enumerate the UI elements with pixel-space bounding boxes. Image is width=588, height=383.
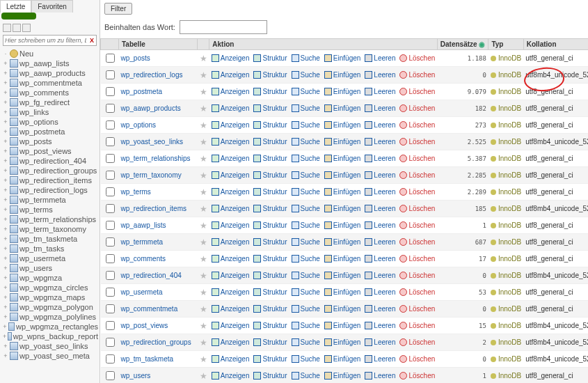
action-einfuegen[interactable]: Einfügen [324,288,360,296]
row-check[interactable] [106,137,115,146]
tree-item[interactable]: +wp_tm_taskmeta [3,234,98,244]
action-leeren[interactable]: Leeren [365,305,395,313]
action-einfuegen[interactable]: Einfügen [324,338,360,346]
favorite-star-icon[interactable]: ★ [200,54,207,63]
action-leeren[interactable]: Leeren [365,322,395,329]
action-leeren[interactable]: Leeren [365,121,395,129]
action-loeschen[interactable]: Löschen [399,104,435,112]
tree-twisty-icon[interactable]: + [3,148,8,155]
favorite-star-icon[interactable]: ★ [200,304,207,314]
tree-item[interactable]: +wp_wpgmza [3,273,98,283]
action-loeschen[interactable]: Löschen [399,171,435,179]
action-struktur[interactable]: Struktur [253,71,287,79]
action-einfuegen[interactable]: Einfügen [324,104,360,112]
action-suche[interactable]: Suche [292,322,320,329]
cell-table-name[interactable]: wp_usermeta [119,284,198,301]
tab-recent[interactable]: Letzte [0,0,31,13]
tree-twisty-icon[interactable]: + [3,255,8,262]
action-suche[interactable]: Suche [292,255,320,263]
action-struktur[interactable]: Struktur [253,205,287,212]
tree-twisty-icon[interactable]: + [3,352,8,359]
action-leeren[interactable]: Leeren [365,272,395,279]
contains-word-input[interactable] [180,20,267,34]
action-struktur[interactable]: Struktur [253,238,287,246]
tree-twisty-icon[interactable]: + [3,343,8,350]
action-suche[interactable]: Suche [292,221,320,229]
tree-twisty-icon[interactable]: + [3,79,8,86]
tree-twisty-icon[interactable]: + [3,138,8,145]
row-check[interactable] [106,304,115,313]
action-suche[interactable]: Suche [292,338,320,346]
action-anzeigen[interactable]: Anzeigen [212,88,250,95]
action-anzeigen[interactable]: Anzeigen [212,155,250,162]
tree-item[interactable]: +wp_wpgmza_polygon [3,302,98,312]
action-struktur[interactable]: Struktur [253,104,287,112]
action-suche[interactable]: Suche [292,138,320,146]
action-anzeigen[interactable]: Anzeigen [212,104,250,112]
expand-all-icon[interactable] [13,24,21,32]
favorite-star-icon[interactable]: ★ [200,237,207,247]
tree-twisty-icon[interactable]: + [3,167,8,174]
tree-item[interactable]: +wp_users [3,263,98,273]
action-leeren[interactable]: Leeren [365,54,395,62]
row-check[interactable] [106,87,115,96]
action-loeschen[interactable]: Löschen [399,188,435,196]
tree-twisty-icon[interactable]: + [3,187,8,194]
cell-table-name[interactable]: wp_redirection_404 [119,267,198,284]
cell-table-name[interactable]: wp_aawp_products [119,100,198,117]
row-check[interactable] [106,54,115,63]
favorite-star-icon[interactable]: ★ [200,154,207,164]
action-anzeigen[interactable]: Anzeigen [212,221,250,229]
action-leeren[interactable]: Leeren [365,104,395,112]
action-anzeigen[interactable]: Anzeigen [212,171,250,179]
tree-twisty-icon[interactable]: + [3,333,6,340]
cell-table-name[interactable]: wp_redirection_groups [119,334,198,351]
cell-table-name[interactable]: wp_term_taxonomy [119,167,198,184]
tree-twisty-icon[interactable]: · [3,50,8,57]
action-struktur[interactable]: Struktur [253,171,287,179]
action-struktur[interactable]: Struktur [253,88,287,95]
row-check[interactable] [106,120,115,130]
favorite-star-icon[interactable]: ★ [200,137,207,147]
tree-item[interactable]: +wp_terms [3,205,98,214]
action-struktur[interactable]: Struktur [253,188,287,196]
action-leeren[interactable]: Leeren [365,372,395,380]
tree-item[interactable]: +wp_redirection_items [3,175,98,185]
action-loeschen[interactable]: Löschen [399,138,435,146]
action-leeren[interactable]: Leeren [365,205,395,212]
table-scroll[interactable]: Tabelle Aktion Datensätze ◉ Typ Kollatio… [100,38,588,383]
favorite-star-icon[interactable]: ★ [200,371,207,381]
favorite-star-icon[interactable]: ★ [200,70,207,80]
action-struktur[interactable]: Struktur [253,54,287,62]
action-suche[interactable]: Suche [292,288,320,296]
cell-table-name[interactable]: wp_options [119,117,198,134]
action-loeschen[interactable]: Löschen [399,88,435,95]
favorite-star-icon[interactable]: ★ [200,271,207,281]
help-icon[interactable]: ◉ [479,40,485,48]
action-leeren[interactable]: Leeren [365,238,395,246]
action-einfuegen[interactable]: Einfügen [324,255,360,263]
tree-twisty-icon[interactable]: + [3,265,8,272]
tree-twisty-icon[interactable]: + [3,294,8,301]
action-suche[interactable]: Suche [292,104,320,112]
tree-item[interactable]: +wp_options [3,117,98,127]
action-loeschen[interactable]: Löschen [399,338,435,346]
action-anzeigen[interactable]: Anzeigen [212,322,250,329]
action-loeschen[interactable]: Löschen [399,322,435,329]
action-einfuegen[interactable]: Einfügen [324,121,360,129]
action-loeschen[interactable]: Löschen [399,305,435,313]
action-leeren[interactable]: Leeren [365,155,395,162]
favorite-star-icon[interactable]: ★ [200,221,207,230]
tab-favorites[interactable]: Favoriten [31,0,73,13]
header-collation[interactable]: Kollation [523,39,588,50]
tree-item[interactable]: +wp_redirection_groups [3,166,98,175]
action-suche[interactable]: Suche [292,88,320,95]
row-check[interactable] [106,321,115,330]
row-check[interactable] [106,204,115,213]
favorite-star-icon[interactable]: ★ [200,354,207,364]
action-leeren[interactable]: Leeren [365,188,395,196]
tree-item[interactable]: +wp_comments [3,88,98,97]
tree-twisty-icon[interactable]: + [3,245,8,252]
action-leeren[interactable]: Leeren [365,338,395,346]
tree-item[interactable]: +wp_redirection_404 [3,156,98,166]
